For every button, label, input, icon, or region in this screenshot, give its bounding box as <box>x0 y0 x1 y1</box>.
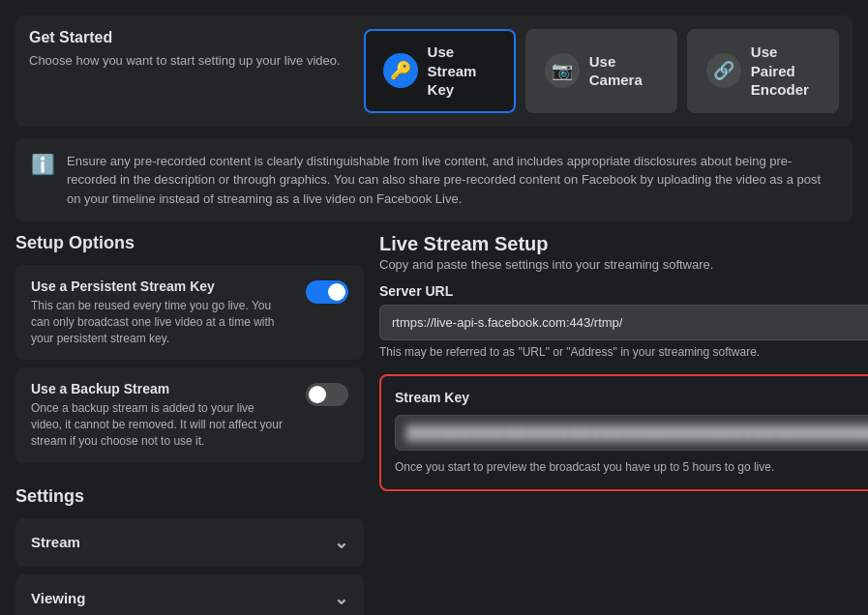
method-buttons: 🔑 Use Stream Key 📷 Use Camera 🔗 Use Pair… <box>364 29 839 113</box>
settings-stream-item[interactable]: Stream ⌄ <box>15 518 364 567</box>
persistent-stream-key-slider <box>306 280 348 304</box>
backup-stream-slider <box>306 383 348 406</box>
get-started-title: Get Started <box>29 29 341 46</box>
settings-title: Settings <box>15 486 364 507</box>
server-url-section: Server URL Copy This may be referred to … <box>379 283 868 359</box>
warning-banner: ℹ️ Ensure any pre-recorded content is cl… <box>15 138 853 222</box>
stream-key-box: Stream Key █████████████████████████████… <box>379 374 868 491</box>
settings-stream-label: Stream <box>31 534 80 550</box>
paired-encoder-icon: 🔗 <box>706 53 741 88</box>
settings-viewing-item[interactable]: Viewing ⌄ <box>15 574 364 615</box>
live-stream-setup-header: Live Stream Setup Copy and paste these s… <box>379 233 868 272</box>
stream-key-label: Use Stream Key <box>428 43 496 100</box>
get-started-text: Get Started Choose how you want to start… <box>29 29 354 113</box>
backup-stream-desc: Once a backup stream is added to your li… <box>31 400 283 449</box>
settings-stream-chevron: ⌄ <box>334 532 348 553</box>
stream-key-note: Once you start to preview the broadcast … <box>395 458 868 476</box>
left-panel: Setup Options Use a Persistent Stream Ke… <box>15 233 364 615</box>
persistent-stream-key-text: Use a Persistent Stream Key This can be … <box>31 278 283 346</box>
stream-key-row: ████████████████████████████████████████… <box>395 415 868 451</box>
persistent-stream-key-toggle[interactable] <box>306 280 348 304</box>
use-paired-encoder-button[interactable]: 🔗 Use Paired Encoder <box>687 29 839 113</box>
use-stream-key-button[interactable]: 🔑 Use Stream Key <box>364 29 516 113</box>
settings-viewing-chevron: ⌄ <box>334 588 348 609</box>
paired-encoder-label: Use Paired Encoder <box>751 43 820 100</box>
server-url-hint: This may be referred to as "URL" or "Add… <box>379 345 868 359</box>
backup-stream-toggle[interactable] <box>306 383 348 406</box>
get-started-desc: Choose how you want to start setting up … <box>29 52 341 70</box>
server-url-input[interactable] <box>379 305 868 340</box>
camera-icon: 📷 <box>545 53 580 88</box>
stream-key-icon: 🔑 <box>383 53 418 88</box>
main-content: Setup Options Use a Persistent Stream Ke… <box>15 233 853 615</box>
event-logs-row: Event Logs <box>379 503 868 538</box>
stream-key-input[interactable]: ████████████████████████████████████████… <box>395 415 868 451</box>
stream-key-label: Stream Key <box>395 390 868 405</box>
persistent-stream-key-title: Use a Persistent Stream Key <box>31 278 283 294</box>
live-stream-setup-subtitle: Copy and paste these settings into your … <box>379 257 868 272</box>
backup-stream-option: Use a Backup Stream Once a backup stream… <box>15 367 364 462</box>
settings-viewing-label: Viewing <box>31 590 85 606</box>
backup-stream-title: Use a Backup Stream <box>31 381 283 396</box>
backup-stream-text: Use a Backup Stream Once a backup stream… <box>31 381 283 449</box>
camera-label: Use Camera <box>589 52 658 90</box>
server-url-label: Server URL <box>379 283 868 299</box>
server-url-row: Copy <box>379 305 868 340</box>
header-section: Get Started Choose how you want to start… <box>15 15 853 127</box>
warning-icon: ℹ️ <box>31 153 55 176</box>
live-stream-setup-title: Live Stream Setup <box>379 233 868 255</box>
persistent-stream-key-option: Use a Persistent Stream Key This can be … <box>15 265 364 360</box>
warning-text: Ensure any pre-recorded content is clear… <box>67 152 837 209</box>
settings-section: Settings Stream ⌄ Viewing ⌄ <box>15 486 364 615</box>
setup-options-title: Setup Options <box>15 233 364 253</box>
use-camera-button[interactable]: 📷 Use Camera <box>525 29 677 113</box>
stream-key-blurred: ████████████████████████████████████████… <box>407 425 868 440</box>
persistent-stream-key-desc: This can be reused every time you go liv… <box>31 298 283 346</box>
right-panel: Live Stream Setup Copy and paste these s… <box>379 233 868 538</box>
